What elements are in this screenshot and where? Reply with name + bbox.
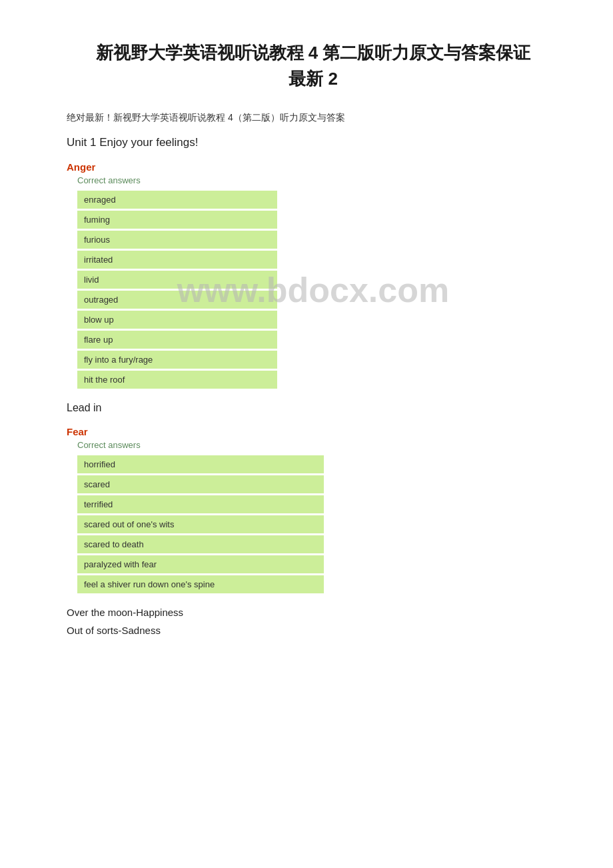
list-item: blow up xyxy=(77,311,277,329)
list-item: livid xyxy=(77,271,277,289)
unit-heading: Unit 1 Enjoy your feelings! xyxy=(67,136,560,149)
fear-answer-list: horrified scared terrified scared out of… xyxy=(77,455,560,593)
list-item: flare up xyxy=(77,331,277,349)
lead-in-text: Lead in xyxy=(67,402,560,414)
page-title: 新视野大学英语视听说教程 4 第二版听力原文与答案保证 最新 2 xyxy=(67,40,560,92)
anger-answers-section: enraged fuming furious irritated livid o… xyxy=(67,191,560,389)
subtitle: 绝对最新！新视野大学英语视听说教程 4（第二版）听力原文与答案 xyxy=(67,112,560,124)
list-item: hit the roof xyxy=(77,371,277,389)
list-item: irritated xyxy=(77,251,277,269)
list-item: scared xyxy=(77,475,324,493)
list-item: terrified xyxy=(77,495,324,513)
footer-line1: Over the moon-Happiness xyxy=(67,607,560,618)
list-item: enraged xyxy=(77,191,277,209)
list-item: feel a shiver run down one's spine xyxy=(77,575,324,593)
list-item: horrified xyxy=(77,455,324,473)
list-item: furious xyxy=(77,231,277,249)
list-item: outraged xyxy=(77,291,277,309)
footer-line2: Out of sorts-Sadness xyxy=(67,625,560,636)
list-item: paralyzed with fear xyxy=(77,555,324,573)
list-item: scared out of one's wits xyxy=(77,515,324,533)
list-item: fuming xyxy=(77,211,277,229)
fear-label: Fear xyxy=(67,426,560,437)
list-item: scared to death xyxy=(77,535,324,553)
anger-label: Anger xyxy=(67,161,560,173)
fear-correct-label: Correct answers xyxy=(77,440,560,450)
list-item: fly into a fury/rage xyxy=(77,351,277,369)
anger-answer-list: enraged fuming furious irritated livid o… xyxy=(77,191,560,389)
anger-correct-label: Correct answers xyxy=(77,175,560,185)
